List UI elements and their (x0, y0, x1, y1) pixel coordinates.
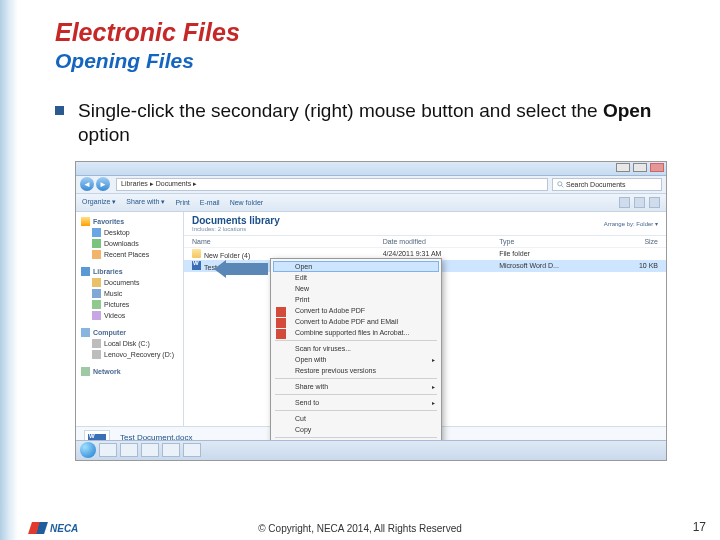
pictures-icon (92, 300, 101, 309)
preview-icon[interactable] (634, 197, 645, 208)
library-title: Documents library (192, 215, 280, 226)
sidebar-favorites-label: Favorites (93, 218, 124, 225)
sidebar-item-pictures[interactable]: Pictures (76, 299, 183, 310)
taskbar-media-icon[interactable] (141, 443, 159, 457)
sidebar-item-recent[interactable]: Recent Places (76, 249, 183, 260)
view-icon[interactable] (619, 197, 630, 208)
submenu-arrow-icon: ▸ (432, 356, 435, 363)
help-icon[interactable] (649, 197, 660, 208)
sidebar-network[interactable]: Network (76, 366, 183, 377)
file-type: File folder (499, 250, 594, 257)
toolbar-share[interactable]: Share with ▾ (126, 198, 165, 206)
sidebar-item-documents[interactable]: Documents (76, 277, 183, 288)
toolbar-print[interactable]: Print (175, 199, 189, 206)
context-menu: Open Edit New Print Convert to Adobe PDF… (270, 258, 442, 461)
sidebar-item-label: Downloads (104, 240, 139, 247)
col-size[interactable]: Size (594, 238, 658, 245)
sidebar-network-label: Network (93, 368, 121, 375)
toolbar-newfolder[interactable]: New folder (230, 199, 263, 206)
slide-title: Electronic Files (55, 18, 690, 47)
bullet-text-pre: Single-click the secondary (right) mouse… (78, 100, 603, 121)
taskbar-ie-icon[interactable] (120, 443, 138, 457)
embedded-screenshot: ◄ ► Libraries ▸ Documents ▸ Search Docum… (75, 161, 667, 461)
minimize-button[interactable] (616, 163, 630, 172)
context-sendto[interactable]: Send to▸ (273, 397, 439, 408)
file-date: 4/24/2011 9:31 AM (383, 250, 500, 257)
context-adobe-email[interactable]: Convert to Adobe PDF and EMail (273, 316, 439, 327)
sidebar-libraries-label: Libraries (93, 268, 123, 275)
window-buttons (615, 163, 664, 173)
sidebar-item-localdisk[interactable]: Local Disk (C:) (76, 338, 183, 349)
nav-back-button[interactable]: ◄ (80, 177, 94, 191)
desktop-icon (92, 228, 101, 237)
disk-icon (92, 339, 101, 348)
sidebar-item-downloads[interactable]: Downloads (76, 238, 183, 249)
col-name[interactable]: Name (192, 238, 383, 245)
column-headers: Name Date modified Type Size (184, 236, 666, 248)
arrow-head-icon (214, 260, 226, 278)
context-adobe[interactable]: Convert to Adobe PDF (273, 305, 439, 316)
context-label: Share with (295, 383, 328, 390)
context-cut[interactable]: Cut (273, 413, 439, 424)
sidebar-item-videos[interactable]: Videos (76, 310, 183, 321)
context-sharewith[interactable]: Share with▸ (273, 381, 439, 392)
window-titlebar (76, 162, 666, 176)
submenu-arrow-icon: ▸ (432, 399, 435, 406)
libraries-icon (81, 267, 90, 276)
context-openwith[interactable]: Open with▸ (273, 354, 439, 365)
context-label: Convert to Adobe PDF and EMail (295, 318, 398, 325)
nav-forward-button[interactable]: ► (96, 177, 110, 191)
arrange-by[interactable]: Arrange by: Folder ▾ (604, 220, 658, 227)
col-date[interactable]: Date modified (383, 238, 500, 245)
library-header: Documents library Includes: 2 locations … (184, 212, 666, 236)
sidebar-computer[interactable]: Computer (76, 327, 183, 338)
toolbar-email[interactable]: E-mail (200, 199, 220, 206)
context-edit[interactable]: Edit (273, 272, 439, 283)
bullet-text-bold: Open (603, 100, 652, 121)
library-subtitle: Includes: 2 locations (192, 226, 280, 232)
taskbar-app-icon[interactable] (162, 443, 180, 457)
sidebar-item-label: Desktop (104, 229, 130, 236)
context-combine[interactable]: Combine supported files in Acrobat... (273, 327, 439, 338)
sidebar-item-desktop[interactable]: Desktop (76, 227, 183, 238)
adobe-icon (276, 329, 286, 339)
context-new[interactable]: New (273, 283, 439, 294)
context-copy[interactable]: Copy (273, 424, 439, 435)
context-restore[interactable]: Restore previous versions (273, 365, 439, 376)
context-label: Open with (295, 356, 327, 363)
sidebar-libraries[interactable]: Libraries (76, 266, 183, 277)
search-input[interactable]: Search Documents (552, 178, 662, 191)
bullet-row: Single-click the secondary (right) mouse… (55, 99, 690, 147)
taskbar-explorer-icon[interactable] (99, 443, 117, 457)
bullet-text-post: option (78, 124, 130, 145)
start-button[interactable] (80, 442, 96, 458)
col-type[interactable]: Type (499, 238, 594, 245)
address-bar-row: ◄ ► Libraries ▸ Documents ▸ Search Docum… (76, 176, 666, 194)
network-icon (81, 367, 90, 376)
bullet-text: Single-click the secondary (right) mouse… (78, 99, 690, 147)
star-icon (81, 217, 90, 226)
taskbar-app-icon[interactable] (183, 443, 201, 457)
sidebar: Favorites Desktop Downloads Recent Place… (76, 212, 184, 426)
callout-arrow (214, 260, 268, 278)
separator (275, 340, 437, 341)
word-icon (192, 261, 201, 270)
context-label: Combine supported files in Acrobat... (295, 329, 409, 336)
sidebar-item-label: Videos (104, 312, 125, 319)
videos-icon (92, 311, 101, 320)
sidebar-item-music[interactable]: Music (76, 288, 183, 299)
context-print[interactable]: Print (273, 294, 439, 305)
sidebar-item-recovery[interactable]: Lenovo_Recovery (D:) (76, 349, 183, 360)
recent-icon (92, 250, 101, 259)
toolbar: Organize ▾ Share with ▾ Print E-mail New… (76, 194, 666, 212)
separator (275, 378, 437, 379)
toolbar-organize[interactable]: Organize ▾ (82, 198, 116, 206)
computer-icon (81, 328, 90, 337)
close-button[interactable] (650, 163, 664, 172)
maximize-button[interactable] (633, 163, 647, 172)
context-scan[interactable]: Scan for viruses... (273, 343, 439, 354)
breadcrumb[interactable]: Libraries ▸ Documents ▸ (116, 178, 548, 191)
sidebar-item-label: Music (104, 290, 122, 297)
sidebar-favorites[interactable]: Favorites (76, 216, 183, 227)
context-open[interactable]: Open (273, 261, 439, 272)
